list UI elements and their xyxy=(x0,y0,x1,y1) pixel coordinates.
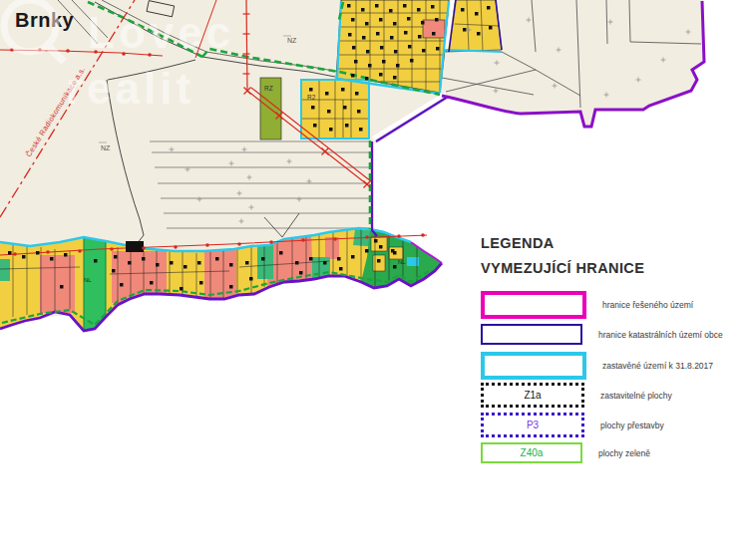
label-nz-2: NZ xyxy=(101,144,111,151)
legend-row-built-up: zastavěné území k 31.8.2017 xyxy=(481,352,713,380)
label-nz-1: NZ xyxy=(287,37,297,44)
legend-label: plochy přestavby xyxy=(600,420,664,430)
legend-label: hranice katastrálních území obce xyxy=(598,330,723,340)
legend-label: plochy zeleně xyxy=(598,448,650,458)
label-nl-1: NL xyxy=(398,259,406,265)
map-canvas: Brnky NZ NZ RZ R2 NL NL České Radiokomun… xyxy=(0,0,747,560)
watermark-line1: Lovec xyxy=(88,8,234,57)
legend-row-redevelopment: P3 plochy přestavby xyxy=(481,413,664,437)
map-screenshot: Brnky NZ NZ RZ R2 NL NL České Radiokomun… xyxy=(0,0,747,560)
legend-subtitle: VYMEZUJÍCÍ HRANICE xyxy=(481,260,746,276)
legend-row-cadastral: hranice katastrálních území obce xyxy=(481,324,723,345)
swatch-developable: Z1a xyxy=(481,383,584,408)
legend-row-developable: Z1a zastavitelné plochy xyxy=(481,383,672,408)
map-title: Brnky xyxy=(15,9,75,31)
label-rz: RZ xyxy=(264,85,273,92)
swatch-cadastral xyxy=(481,324,582,345)
swatch-redevelopment: P3 xyxy=(481,413,584,437)
label-nl-2: NL xyxy=(84,277,92,283)
legend-row-solved-area: hranice řešeného území xyxy=(481,291,693,319)
swatch-greenery: Z40a xyxy=(481,442,582,463)
swatch-solved-area xyxy=(481,291,586,319)
label-r2: R2 xyxy=(307,94,316,101)
legend-label: zastavěné území k 31.8.2017 xyxy=(602,361,713,371)
swatch-built-up xyxy=(481,352,586,380)
legend-label: zastavitelné plochy xyxy=(600,391,672,401)
legend-label: hranice řešeného území xyxy=(602,300,693,310)
legend-row-greenery: Z40a plochy zeleně xyxy=(481,442,650,463)
large-building xyxy=(126,241,144,252)
watermark-line2: realit xyxy=(66,64,194,113)
legend-title: LEGENDA xyxy=(481,235,746,251)
legend: LEGENDA VYMEZUJÍCÍ HRANICE hranice řešen… xyxy=(481,235,746,276)
